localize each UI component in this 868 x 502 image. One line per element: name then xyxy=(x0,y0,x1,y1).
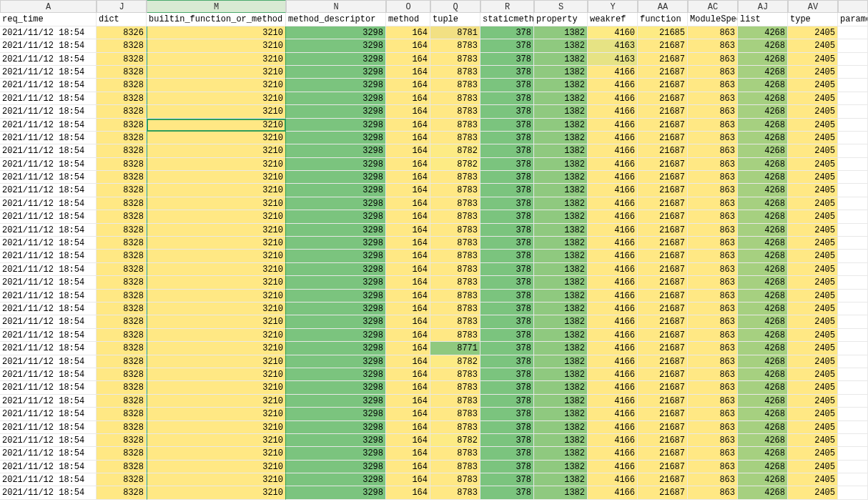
cell-J[interactable]: 8328 xyxy=(97,237,147,250)
cell-S[interactable]: 1382 xyxy=(534,237,588,250)
cell-Y[interactable]: 4166 xyxy=(588,224,638,237)
cell-M[interactable]: 3210 xyxy=(147,473,286,486)
cell-S[interactable]: 1382 xyxy=(534,368,588,381)
cell-AC[interactable]: 863 xyxy=(688,395,738,408)
cell-AC[interactable]: 863 xyxy=(688,355,738,368)
cell-N[interactable]: 3298 xyxy=(286,421,386,434)
cell-J[interactable]: 8328 xyxy=(97,119,147,132)
cell-AJ[interactable]: 4268 xyxy=(738,355,788,368)
cell-AA[interactable]: 21687 xyxy=(638,290,688,302)
cell-end[interactable] xyxy=(838,447,868,460)
cell-O[interactable]: 164 xyxy=(386,224,430,237)
cell-Q[interactable]: 8783 xyxy=(430,210,480,223)
cell-end[interactable] xyxy=(838,79,868,92)
column-letter-N[interactable]: N xyxy=(286,0,386,13)
cell-Q[interactable]: 8783 xyxy=(430,171,480,184)
cell-A[interactable]: 2021/11/12 18:54 xyxy=(0,184,97,197)
cell-O[interactable]: 164 xyxy=(386,434,430,447)
cell-A[interactable]: 2021/11/12 18:54 xyxy=(0,473,97,486)
cell-O[interactable]: 164 xyxy=(386,473,430,486)
cell-end[interactable] xyxy=(838,66,868,79)
cell-AJ[interactable]: 4268 xyxy=(738,473,788,486)
cell-AJ[interactable]: 4268 xyxy=(738,39,788,52)
cell-S[interactable]: 1382 xyxy=(534,355,588,368)
cell-Q[interactable]: 8783 xyxy=(430,39,480,52)
cell-AA[interactable]: 21687 xyxy=(638,224,688,237)
cell-R[interactable]: 378 xyxy=(480,39,534,52)
cell-M[interactable]: 3210 xyxy=(147,92,286,105)
cell-end[interactable] xyxy=(838,473,868,486)
cell-AC[interactable]: 863 xyxy=(688,263,738,276)
cell-N[interactable]: 3298 xyxy=(286,224,386,237)
cell-end[interactable] xyxy=(838,53,868,66)
cell-O[interactable]: 164 xyxy=(386,381,430,394)
cell-AC[interactable]: 863 xyxy=(688,158,738,171)
cell-O[interactable]: 164 xyxy=(386,39,430,52)
cell-S[interactable]: 1382 xyxy=(534,381,588,394)
cell-Q[interactable]: 8782 xyxy=(430,434,480,447)
cell-Q[interactable]: 8783 xyxy=(430,263,480,276)
cell-N[interactable]: 3298 xyxy=(286,461,386,473)
cell-M[interactable]: 3210 xyxy=(147,132,286,144)
cell-Y[interactable]: 4166 xyxy=(588,329,638,342)
cell-AC[interactable]: 863 xyxy=(688,237,738,250)
cell-N[interactable]: 3298 xyxy=(286,184,386,197)
cell-AC[interactable]: 863 xyxy=(688,315,738,328)
cell-S[interactable]: 1382 xyxy=(534,302,588,315)
cell-S[interactable]: 1382 xyxy=(534,461,588,473)
column-letter-R[interactable]: R xyxy=(480,0,534,13)
cell-end[interactable] xyxy=(838,144,868,157)
cell-end[interactable] xyxy=(838,355,868,368)
cell-Y[interactable]: 4160 xyxy=(588,26,638,39)
cell-end[interactable] xyxy=(838,132,868,144)
cell-Y[interactable]: 4166 xyxy=(588,368,638,381)
cell-Y[interactable]: 4166 xyxy=(588,79,638,92)
cell-AA[interactable]: 21687 xyxy=(638,144,688,157)
cell-A[interactable]: 2021/11/12 18:54 xyxy=(0,421,97,434)
cell-O[interactable]: 164 xyxy=(386,355,430,368)
cell-AJ[interactable]: 4268 xyxy=(738,26,788,39)
cell-J[interactable]: 8328 xyxy=(97,144,147,157)
cell-Y[interactable]: 4166 xyxy=(588,119,638,132)
cell-M[interactable]: 3210 xyxy=(147,355,286,368)
cell-A[interactable]: 2021/11/12 18:54 xyxy=(0,408,97,420)
cell-AA[interactable]: 21687 xyxy=(638,395,688,408)
column-letter-A[interactable]: A xyxy=(0,0,97,13)
cell-AV[interactable]: 2405 xyxy=(788,224,838,237)
cell-AC[interactable]: 863 xyxy=(688,132,738,144)
column-letter-end[interactable] xyxy=(838,0,868,13)
cell-Q[interactable]: 8782 xyxy=(430,158,480,171)
cell-Y[interactable]: 4166 xyxy=(588,408,638,420)
cell-N[interactable]: 3298 xyxy=(286,197,386,210)
cell-Q[interactable]: 8783 xyxy=(430,486,480,499)
cell-Y[interactable]: 4166 xyxy=(588,290,638,302)
cell-O[interactable]: 164 xyxy=(386,132,430,144)
cell-R[interactable]: 378 xyxy=(480,132,534,144)
cell-AA[interactable]: 21687 xyxy=(638,132,688,144)
cell-AV[interactable]: 2405 xyxy=(788,434,838,447)
cell-J[interactable]: 8328 xyxy=(97,421,147,434)
cell-AC[interactable]: 863 xyxy=(688,276,738,289)
cell-A[interactable]: 2021/11/12 18:54 xyxy=(0,290,97,302)
cell-AC[interactable]: 863 xyxy=(688,302,738,315)
cell-A[interactable]: 2021/11/12 18:54 xyxy=(0,329,97,342)
cell-Q[interactable]: 8783 xyxy=(430,315,480,328)
cell-AC[interactable]: 863 xyxy=(688,105,738,118)
cell-M[interactable]: 3210 xyxy=(147,263,286,276)
cell-AC[interactable]: 863 xyxy=(688,486,738,499)
cell-A[interactable]: 2021/11/12 18:54 xyxy=(0,237,97,250)
cell-M[interactable]: 3210 xyxy=(147,250,286,262)
cell-Y[interactable]: 4166 xyxy=(588,302,638,315)
cell-AA[interactable]: 21687 xyxy=(638,39,688,52)
cell-J[interactable]: 8328 xyxy=(97,197,147,210)
cell-AV[interactable]: 2405 xyxy=(788,473,838,486)
cell-S[interactable]: 1382 xyxy=(534,250,588,262)
cell-AC[interactable]: 863 xyxy=(688,447,738,460)
cell-AJ[interactable]: 4268 xyxy=(738,263,788,276)
cell-J[interactable]: 8328 xyxy=(97,355,147,368)
cell-AC[interactable]: 863 xyxy=(688,66,738,79)
cell-end[interactable] xyxy=(838,250,868,262)
cell-M[interactable]: 3210 xyxy=(147,395,286,408)
cell-R[interactable]: 378 xyxy=(480,210,534,223)
cell-N[interactable]: 3298 xyxy=(286,342,386,355)
